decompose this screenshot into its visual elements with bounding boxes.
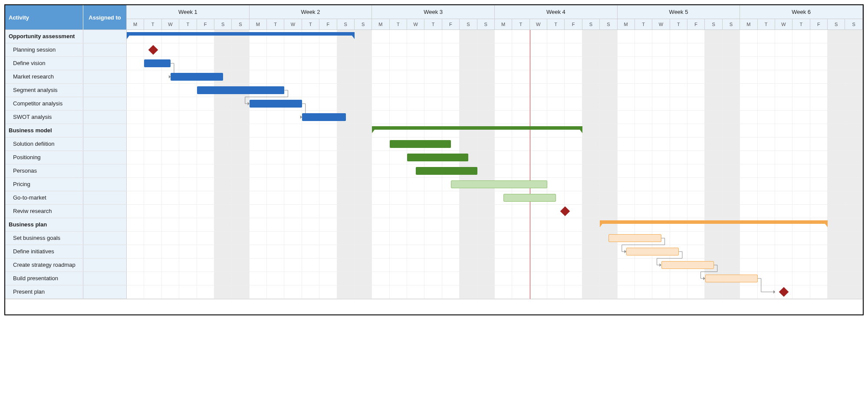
day-header[interactable]: T [390,19,407,29]
activity-row[interactable]: Positioning [5,151,127,164]
day-header[interactable]: F [442,19,460,29]
assigned-cell[interactable] [83,111,127,124]
task-bar[interactable] [197,86,285,94]
assigned-cell[interactable] [83,151,127,164]
assigned-cell[interactable] [83,218,127,231]
day-header[interactable]: M [495,19,512,29]
timeline-body[interactable] [127,30,863,299]
activity-row[interactable]: Build presentation [5,272,127,285]
day-header[interactable]: T [424,19,442,29]
assigned-cell[interactable] [83,205,127,218]
day-header[interactable]: S [232,19,249,29]
day-header[interactable]: T [302,19,319,29]
task-bar[interactable] [171,73,223,81]
assigned-cell[interactable] [83,164,127,177]
assigned-cell[interactable] [83,259,127,272]
activity-row[interactable]: Planning session [5,43,127,57]
activity-row[interactable]: Personas [5,164,127,178]
week-header[interactable]: Week 6 [740,5,863,19]
assigned-cell[interactable] [83,124,127,137]
day-header[interactable]: F [319,19,337,29]
activity-row[interactable]: Define initiatives [5,245,127,259]
activity-row[interactable]: Business plan [5,218,127,232]
activity-row[interactable]: Set business goals [5,232,127,245]
day-header[interactable]: W [652,19,670,29]
activity-row[interactable]: Reviw research [5,205,127,218]
day-header[interactable]: T [547,19,565,29]
day-header[interactable]: S [214,19,232,29]
day-header[interactable]: F [197,19,214,29]
day-header[interactable]: T [179,19,197,29]
day-header[interactable]: S [828,19,845,29]
task-bar[interactable] [250,100,302,108]
day-header[interactable]: S [355,19,372,29]
assigned-cell[interactable] [83,178,127,191]
activity-row[interactable]: Business model [5,124,127,137]
activity-row[interactable]: Pricing [5,178,127,191]
activity-row[interactable]: Segment analysis [5,84,127,97]
week-header[interactable]: Week 1 [127,5,250,19]
day-header[interactable]: S [600,19,617,29]
summary-bar[interactable] [127,32,355,36]
task-bar[interactable] [661,261,714,269]
task-bar[interactable] [451,180,547,188]
day-header[interactable]: M [127,19,144,29]
day-header[interactable]: M [372,19,389,29]
week-header[interactable]: Week 3 [372,5,495,19]
day-header[interactable]: F [810,19,828,29]
day-header[interactable]: W [407,19,424,29]
day-header[interactable]: S [845,19,862,29]
day-header[interactable]: M [618,19,635,29]
day-header[interactable]: S [477,19,495,29]
activity-row[interactable]: Go-to-market [5,191,127,205]
day-header[interactable]: F [565,19,582,29]
assigned-cell[interactable] [83,137,127,151]
day-header[interactable]: T [670,19,687,29]
task-bar[interactable] [144,59,171,67]
week-header[interactable]: Week 4 [495,5,618,19]
task-bar[interactable] [302,113,346,121]
task-bar[interactable] [608,234,661,242]
summary-bar[interactable] [372,126,582,130]
summary-bar[interactable] [600,220,828,224]
assigned-cell[interactable] [83,43,127,56]
day-header[interactable]: W [284,19,302,29]
assigned-cell[interactable] [83,57,127,70]
day-header[interactable]: S [460,19,477,29]
assigned-cell[interactable] [83,245,127,258]
day-header[interactable]: S [337,19,355,29]
assigned-cell[interactable] [83,30,127,43]
task-bar[interactable] [416,167,477,175]
day-header[interactable]: W [775,19,792,29]
day-header[interactable]: S [723,19,740,29]
assigned-cell[interactable] [83,84,127,97]
assigned-column-header[interactable]: Assigned to [83,5,127,29]
task-bar[interactable] [407,154,468,161]
day-header[interactable]: T [792,19,810,29]
day-header[interactable]: S [705,19,722,29]
activity-row[interactable]: Market research [5,70,127,84]
assigned-cell[interactable] [83,97,127,110]
day-header[interactable]: M [740,19,757,29]
activity-column-header[interactable]: Activity [5,5,83,29]
milestone-icon[interactable] [779,287,789,297]
day-header[interactable]: S [582,19,600,29]
day-header[interactable]: T [635,19,652,29]
activity-row[interactable]: Define vision [5,57,127,70]
assigned-cell[interactable] [83,285,127,298]
day-header[interactable]: T [144,19,161,29]
day-header[interactable]: W [162,19,179,29]
assigned-cell[interactable] [83,232,127,245]
activity-row[interactable]: Solution defiition [5,137,127,151]
day-header[interactable]: F [687,19,705,29]
assigned-cell[interactable] [83,70,127,83]
task-bar[interactable] [390,140,451,148]
day-header[interactable]: M [250,19,267,29]
activity-row[interactable]: Create strategy roadmap [5,259,127,272]
assigned-cell[interactable] [83,272,127,285]
assigned-cell[interactable] [83,191,127,204]
day-header[interactable]: T [758,19,775,29]
task-bar[interactable] [705,275,758,282]
activity-row[interactable]: Opportunity assessment [5,30,127,43]
day-header[interactable]: T [512,19,529,29]
